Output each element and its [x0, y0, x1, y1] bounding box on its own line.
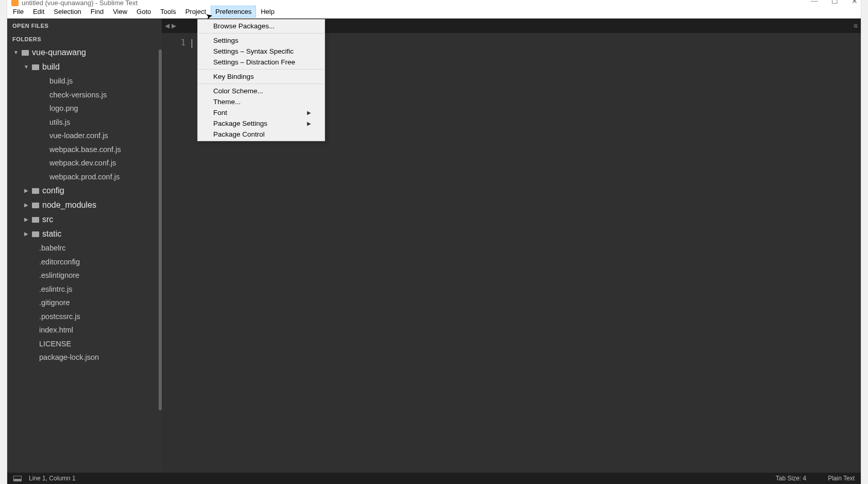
chevron-right-icon[interactable]: ▶ — [24, 203, 29, 208]
chevron-down-icon[interactable]: ▼ — [24, 64, 29, 70]
tree-item-label: vue-qunawang — [32, 48, 86, 57]
file-vue-loader-conf-js[interactable]: vue-loader.conf.js — [10, 129, 159, 143]
app-icon — [11, 0, 19, 6]
tree-item-label: build — [42, 63, 60, 71]
work-area: OPEN FILES FOLDERS ▼vue-qunawang▼buildbu… — [7, 19, 861, 473]
menu-find[interactable]: Find — [86, 6, 108, 18]
menu-selection[interactable]: Selection — [49, 6, 86, 18]
folder-icon — [22, 50, 29, 56]
tree-item-label: static — [42, 230, 61, 238]
menu-separator — [198, 69, 324, 70]
menu-item-theme[interactable]: Theme... — [198, 96, 325, 107]
menu-item-label: Settings – Syntax Specific — [213, 47, 294, 55]
menu-item-label: Theme... — [213, 98, 241, 106]
folder-icon — [32, 64, 39, 70]
menu-goto[interactable]: Goto — [132, 6, 156, 18]
file-webpack-prod-conf-js[interactable]: webpack.prod.conf.js — [10, 170, 159, 184]
file-editorconfig[interactable]: .editorconfig — [10, 255, 159, 269]
file-license[interactable]: LICENSE — [10, 337, 159, 351]
tree-item-label: .gitignore — [39, 299, 70, 307]
folder-icon — [32, 203, 39, 208]
status-tabsize[interactable]: Tab Size: 4 — [776, 475, 806, 482]
tree-item-label: .postcssrc.js — [39, 313, 80, 321]
file-webpack-base-conf-js[interactable]: webpack.base.conf.js — [10, 143, 159, 157]
file-gitignore[interactable]: .gitignore — [10, 296, 159, 310]
menubar: FileEditSelectionFindViewGotoToolsProjec… — [7, 5, 861, 19]
menu-item-key-bindings[interactable]: Key Bindings — [198, 71, 325, 82]
folder-node-modules[interactable]: ▶node_modules — [10, 198, 159, 212]
menu-view[interactable]: View — [108, 6, 132, 18]
tree-item-label: vue-loader.conf.js — [49, 132, 108, 140]
folder-icon — [32, 188, 39, 194]
menu-item-settings-distraction-free[interactable]: Settings – Distraction Free — [198, 57, 325, 68]
minimize-button[interactable]: — — [811, 0, 818, 6]
file-postcssrc-js[interactable]: .postcssrc.js — [10, 310, 159, 324]
tree-item-label: node_modules — [42, 201, 96, 209]
file-check-versions-js[interactable]: check-versions.js — [10, 88, 159, 102]
menu-item-settings[interactable]: Settings — [198, 35, 325, 46]
status-syntax[interactable]: Plain Text — [828, 475, 855, 482]
menu-preferences[interactable]: Preferences — [211, 6, 256, 18]
menu-item-color-scheme[interactable]: Color Scheme... — [198, 86, 325, 96]
folder-build[interactable]: ▼build — [10, 60, 159, 74]
folder-static[interactable]: ▶static — [10, 227, 159, 241]
menu-item-label: Font — [213, 109, 227, 116]
file-eslintignore[interactable]: .eslintignore — [10, 269, 159, 282]
folder-src[interactable]: ▶src — [10, 212, 159, 227]
file-index-html[interactable]: index.html — [10, 323, 159, 337]
close-button[interactable]: ✕ — [852, 0, 858, 6]
titlebar[interactable]: untitled (vue-qunawang) - Sublime Text —… — [7, 0, 861, 5]
file-utils-js[interactable]: utils.js — [10, 115, 159, 129]
chevron-down-icon[interactable]: ▼ — [13, 50, 19, 55]
tree-item-label: .eslintignore — [39, 272, 79, 279]
menu-separator — [198, 33, 324, 34]
status-position[interactable]: Line 1, Column 1 — [29, 475, 76, 482]
tree-item-label: LICENSE — [39, 340, 71, 348]
chevron-right-icon[interactable]: ▶ — [24, 217, 29, 222]
tree-item-label: build.js — [49, 77, 73, 85]
file-package-lock-json[interactable]: package-lock.json — [10, 351, 159, 364]
chevron-right-icon[interactable]: ▶ — [24, 188, 29, 193]
menu-item-settings-syntax-specific[interactable]: Settings – Syntax Specific — [198, 46, 325, 57]
folders-heading: FOLDERS — [7, 32, 162, 45]
tree-item-label: package-lock.json — [39, 354, 99, 361]
menu-item-label: Package Control — [213, 130, 265, 138]
tree-item-label: utils.js — [49, 119, 70, 126]
line-gutter: 1 — [162, 33, 191, 473]
preferences-dropdown: Browse Packages...SettingsSettings – Syn… — [197, 19, 325, 141]
sidebar: OPEN FILES FOLDERS ▼vue-qunawang▼buildbu… — [7, 19, 162, 473]
folder-tree: ▼vue-qunawang▼buildbuild.jscheck-version… — [7, 45, 162, 370]
menu-item-label: Settings – Distraction Free — [213, 58, 295, 66]
file-webpack-dev-conf-js[interactable]: webpack.dev.conf.js — [10, 156, 159, 170]
panel-switch-icon[interactable] — [13, 476, 22, 481]
menu-item-package-control[interactable]: Package Control — [198, 129, 325, 140]
file-eslintrc-js[interactable]: .eslintrc.js — [10, 282, 159, 296]
tree-item-label: webpack.prod.conf.js — [49, 173, 120, 181]
menu-item-font[interactable]: Font▶ — [198, 107, 325, 118]
menu-file[interactable]: File — [8, 6, 28, 18]
file-logo-png[interactable]: logo.png — [10, 102, 159, 115]
folder-config[interactable]: ▶config — [10, 183, 159, 198]
tab-list-icon[interactable]: ≡ — [854, 22, 858, 30]
tree-item-label: index.html — [39, 326, 73, 334]
tree-item-label: .eslintrc.js — [39, 286, 72, 293]
tree-item-label: logo.png — [49, 105, 78, 112]
menu-item-package-settings[interactable]: Package Settings▶ — [198, 118, 325, 129]
tree-item-label: webpack.dev.conf.js — [49, 159, 116, 167]
left-os-edge — [0, 0, 7, 484]
maximize-button[interactable]: ☐ — [831, 0, 838, 6]
tab-forward-icon[interactable]: ▶ — [172, 22, 176, 29]
file-build-js[interactable]: build.js — [10, 74, 159, 88]
right-os-edge — [861, 0, 868, 484]
text-cursor — [192, 39, 192, 48]
chevron-right-icon[interactable]: ▶ — [24, 231, 29, 237]
menu-item-browse-packages[interactable]: Browse Packages... — [198, 21, 325, 31]
menu-tools[interactable]: Tools — [156, 6, 180, 18]
tree-item-label: webpack.base.conf.js — [49, 146, 121, 154]
tab-back-icon[interactable]: ◀ — [165, 22, 169, 29]
menu-edit[interactable]: Edit — [28, 6, 49, 18]
file-babelrc[interactable]: .babelrc — [10, 241, 159, 255]
menu-help[interactable]: Help — [256, 6, 279, 18]
submenu-arrow-icon: ▶ — [307, 110, 311, 115]
folder-vue-qunawang[interactable]: ▼vue-qunawang — [10, 45, 159, 60]
